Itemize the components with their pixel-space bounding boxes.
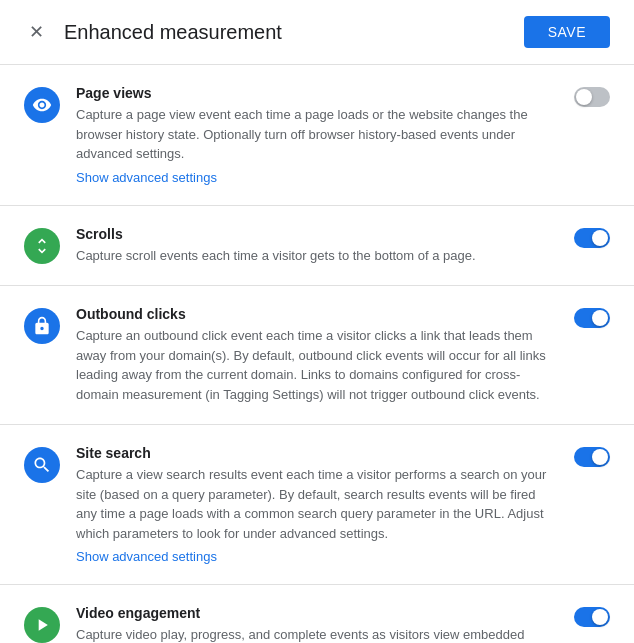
page-title: Enhanced measurement: [64, 21, 282, 44]
outbound-clicks-icon: [24, 308, 60, 344]
section-outbound-clicks: Outbound clicksCapture an outbound click…: [0, 286, 634, 425]
section-site-search: Site searchCapture a view search results…: [0, 425, 634, 585]
video-engagement-description: Capture video play, progress, and comple…: [76, 625, 558, 643]
site-search-toggle-wrap[interactable]: [574, 445, 610, 467]
site-search-show-advanced[interactable]: Show advanced settings: [76, 549, 217, 564]
site-search-body: Site searchCapture a view search results…: [76, 445, 558, 564]
site-search-description: Capture a view search results event each…: [76, 465, 558, 543]
outbound-clicks-description: Capture an outbound click event each tim…: [76, 326, 558, 404]
scrolls-body: ScrollsCapture scroll events each time a…: [76, 226, 558, 266]
video-engagement-toggle[interactable]: [574, 607, 610, 627]
video-engagement-body: Video engagementCapture video play, prog…: [76, 605, 558, 643]
content: Page viewsCapture a page view event each…: [0, 65, 634, 643]
video-engagement-icon: [24, 607, 60, 643]
outbound-clicks-body: Outbound clicksCapture an outbound click…: [76, 306, 558, 404]
close-icon[interactable]: ✕: [24, 20, 48, 44]
scrolls-toggle-wrap[interactable]: [574, 226, 610, 248]
section-video-engagement: Video engagementCapture video play, prog…: [0, 585, 634, 643]
page-views-description: Capture a page view event each time a pa…: [76, 105, 558, 164]
page-views-toggle-wrap[interactable]: [574, 85, 610, 107]
section-page-views: Page viewsCapture a page view event each…: [0, 65, 634, 206]
page-views-icon: [24, 87, 60, 123]
video-engagement-toggle-wrap[interactable]: [574, 605, 610, 627]
scrolls-description: Capture scroll events each time a visito…: [76, 246, 558, 266]
video-engagement-title: Video engagement: [76, 605, 558, 621]
header: ✕ Enhanced measurement SAVE: [0, 0, 634, 65]
site-search-title: Site search: [76, 445, 558, 461]
page-views-body: Page viewsCapture a page view event each…: [76, 85, 558, 185]
site-search-toggle[interactable]: [574, 447, 610, 467]
page-views-show-advanced[interactable]: Show advanced settings: [76, 170, 217, 185]
page-views-toggle[interactable]: [574, 87, 610, 107]
outbound-clicks-title: Outbound clicks: [76, 306, 558, 322]
scrolls-toggle[interactable]: [574, 228, 610, 248]
save-button[interactable]: SAVE: [524, 16, 610, 48]
section-scrolls: ScrollsCapture scroll events each time a…: [0, 206, 634, 287]
header-left: ✕ Enhanced measurement: [24, 20, 282, 44]
scrolls-title: Scrolls: [76, 226, 558, 242]
outbound-clicks-toggle[interactable]: [574, 308, 610, 328]
scrolls-icon: [24, 228, 60, 264]
outbound-clicks-toggle-wrap[interactable]: [574, 306, 610, 328]
page-views-title: Page views: [76, 85, 558, 101]
site-search-icon: [24, 447, 60, 483]
